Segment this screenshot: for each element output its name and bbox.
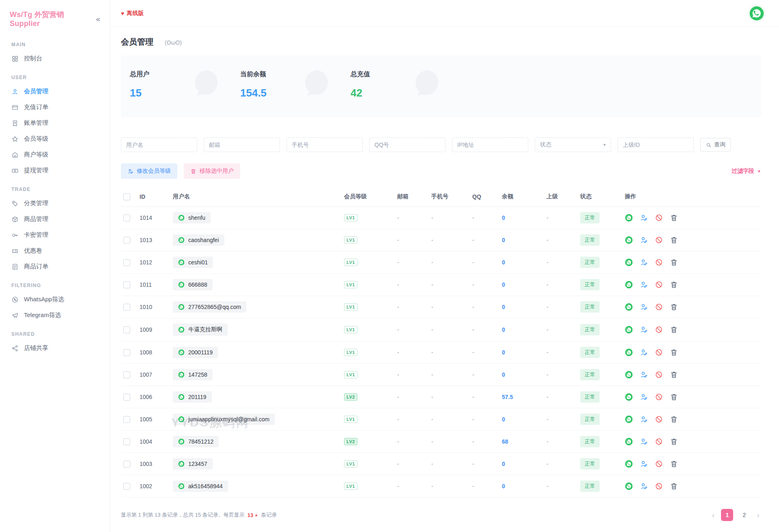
page-size-selector[interactable]: 13 ▲ (247, 512, 258, 518)
prev-page-button[interactable]: ‹ (710, 511, 717, 520)
sidebar-item-merchant-level[interactable]: 商户等级 (0, 147, 110, 163)
delete-user-icon[interactable] (670, 236, 678, 244)
sidebar-item-recharge[interactable]: 充值订单 (0, 99, 110, 115)
ban-user-icon[interactable] (655, 371, 663, 379)
balance-link[interactable]: 0 (502, 349, 505, 356)
ban-user-icon[interactable] (655, 214, 663, 222)
username-pill[interactable]: 78451212 (173, 436, 219, 447)
edit-user-icon[interactable] (640, 236, 648, 244)
edit-user-icon[interactable] (640, 415, 648, 423)
whatsapp-action-icon[interactable] (625, 348, 633, 356)
balance-link[interactable]: 0 (502, 371, 505, 378)
ban-user-icon[interactable] (655, 438, 663, 446)
edit-user-icon[interactable] (640, 460, 648, 468)
sidebar-item-product[interactable]: 商品管理 (0, 211, 110, 227)
sidebar-item-share[interactable]: 店铺共享 (0, 340, 110, 356)
edit-user-icon[interactable] (640, 214, 648, 222)
ban-user-icon[interactable] (655, 258, 663, 266)
balance-link[interactable]: 0 (502, 215, 505, 221)
whatsapp-action-icon[interactable] (625, 393, 633, 401)
sidebar-item-dashboard[interactable]: 控制台 (0, 51, 110, 66)
whatsapp-action-icon[interactable] (625, 326, 633, 334)
username-pill[interactable]: 147258 (173, 369, 213, 380)
filter-input-qq[interactable] (369, 137, 445, 152)
whatsapp-action-icon[interactable] (625, 214, 633, 222)
sidebar-item-telegram[interactable]: Telegram筛选 (0, 307, 110, 323)
whatsapp-action-icon[interactable] (625, 438, 633, 446)
row-checkbox[interactable] (123, 237, 130, 244)
ban-user-icon[interactable] (655, 303, 663, 311)
delete-user-icon[interactable] (670, 482, 678, 490)
edit-user-icon[interactable] (640, 303, 648, 311)
sidebar-item-whatsapp[interactable]: WhatsApp筛选 (0, 292, 110, 307)
delete-user-icon[interactable] (670, 415, 678, 423)
search-button[interactable]: 查询 (700, 138, 731, 152)
delete-user-icon[interactable] (670, 438, 678, 446)
filter-fields-dropdown[interactable]: 过滤字段 ▼ (732, 167, 761, 175)
balance-link[interactable]: 57.5 (502, 394, 513, 400)
row-checkbox[interactable] (123, 371, 130, 378)
username-pill[interactable]: 牛逼克拉斯啊 (173, 324, 228, 336)
username-pill[interactable]: 123457 (173, 458, 213, 470)
balance-link[interactable]: 68 (502, 438, 508, 445)
sidebar-item-coupon[interactable]: 优惠卷 (0, 243, 110, 259)
whatsapp-action-icon[interactable] (625, 303, 633, 311)
row-checkbox[interactable] (123, 215, 130, 221)
modify-level-button[interactable]: 修改会员等级 (121, 163, 177, 179)
username-pill[interactable]: 277652865@qq.com (173, 301, 246, 313)
filter-input-parent-id[interactable] (618, 137, 694, 152)
filter-select-status[interactable]: 状态▾ (535, 137, 611, 152)
filter-input-phone[interactable] (286, 137, 363, 152)
row-checkbox[interactable] (123, 394, 130, 401)
balance-link[interactable]: 0 (502, 326, 505, 333)
username-pill[interactable]: ak516458944 (173, 481, 228, 492)
ban-user-icon[interactable] (655, 393, 663, 401)
edit-user-icon[interactable] (640, 326, 648, 334)
row-checkbox[interactable] (123, 483, 130, 490)
edit-user-icon[interactable] (640, 281, 648, 289)
balance-link[interactable]: 0 (502, 259, 505, 266)
username-pill[interactable]: caoshangfei (173, 234, 224, 246)
edit-user-icon[interactable] (640, 258, 648, 266)
delete-user-icon[interactable] (670, 214, 678, 222)
edit-user-icon[interactable] (640, 348, 648, 356)
filter-input-ip[interactable] (452, 137, 528, 152)
next-page-button[interactable]: › (755, 511, 761, 520)
balance-link[interactable]: 0 (502, 237, 505, 243)
sidebar-item-product-order[interactable]: 商品订单 (0, 259, 110, 275)
row-checkbox[interactable] (123, 461, 130, 468)
remove-selected-button[interactable]: 移除选中用户 (184, 163, 240, 179)
delete-user-icon[interactable] (670, 281, 678, 289)
balance-link[interactable]: 0 (502, 483, 505, 489)
ban-user-icon[interactable] (655, 415, 663, 423)
delete-user-icon[interactable] (670, 393, 678, 401)
whatsapp-action-icon[interactable] (625, 258, 633, 266)
sidebar-item-member-level[interactable]: 会员等级 (0, 131, 110, 147)
row-checkbox[interactable] (123, 349, 130, 356)
edit-user-icon[interactable] (640, 393, 648, 401)
edit-user-icon[interactable] (640, 371, 648, 379)
page-button-1[interactable]: 1 (721, 509, 733, 521)
edit-user-icon[interactable] (640, 482, 648, 490)
username-pill[interactable]: 20001119 (173, 347, 218, 358)
delete-user-icon[interactable] (670, 326, 678, 334)
row-checkbox[interactable] (123, 438, 130, 445)
sidebar-item-bill[interactable]: 账单管理 (0, 115, 110, 131)
filter-input-username[interactable] (121, 137, 197, 152)
balance-link[interactable]: 0 (502, 461, 505, 467)
delete-user-icon[interactable] (670, 460, 678, 468)
sidebar-item-withdraw[interactable]: 提现管理 (0, 163, 110, 178)
username-pill[interactable]: shenfu (173, 212, 211, 223)
ban-user-icon[interactable] (655, 460, 663, 468)
ban-user-icon[interactable] (655, 348, 663, 356)
row-checkbox[interactable] (123, 416, 130, 423)
balance-link[interactable]: 0 (502, 304, 505, 310)
username-pill[interactable]: ceshi01 (173, 257, 213, 268)
select-all-checkbox[interactable] (123, 193, 130, 200)
page-button-2[interactable]: 2 (738, 509, 750, 521)
username-pill[interactable]: 666888 (173, 279, 213, 290)
sidebar-item-user[interactable]: 会员管理 (0, 84, 110, 99)
ban-user-icon[interactable] (655, 482, 663, 490)
whatsapp-action-icon[interactable] (625, 371, 633, 379)
ban-user-icon[interactable] (655, 236, 663, 244)
